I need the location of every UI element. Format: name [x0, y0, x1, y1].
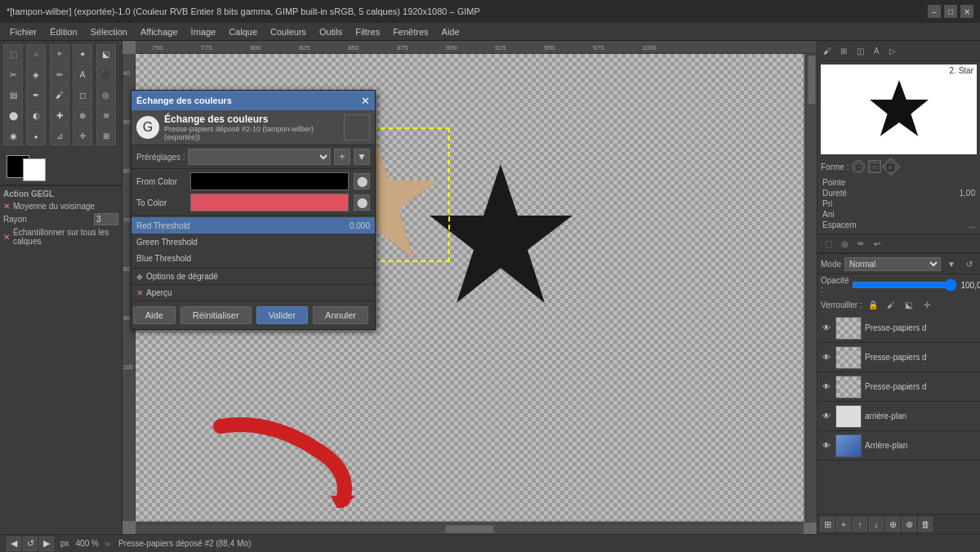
layer-visibility-toggle[interactable]: 👁 [821, 381, 832, 393]
vscroll-thumb[interactable] [808, 56, 816, 105]
tool-ink[interactable]: ⬤ [3, 105, 23, 125]
vertical-scrollbar[interactable] [805, 54, 817, 523]
menu-fenetres[interactable]: Fenêtres [386, 25, 434, 38]
nav-reset[interactable]: ↺ [23, 536, 38, 551]
tool-free-select[interactable]: ⌖ [50, 44, 69, 64]
patterns-button[interactable]: ⊞ [836, 43, 851, 58]
menu-affichage[interactable]: Affichage [134, 25, 185, 38]
presets-menu-button[interactable]: ▼ [354, 149, 370, 165]
menu-fichier[interactable]: Fichier [3, 25, 43, 38]
dialog-close-button[interactable]: ✕ [361, 95, 370, 107]
tool-blend[interactable]: ▤ [3, 85, 23, 105]
fonts-button[interactable]: A [869, 43, 884, 58]
tool-bucket[interactable]: ⬛ [96, 65, 116, 84]
layer-refresh[interactable]: ↺ [962, 256, 977, 271]
tool-mypaint[interactable]: ◐ [26, 105, 46, 125]
hscroll-thumb[interactable] [445, 525, 494, 533]
tool-move[interactable]: ✛ [73, 126, 92, 145]
valider-button[interactable]: Valider [256, 306, 308, 324]
layer-row[interactable]: 👁 Presse-papiers d [817, 314, 980, 343]
lower-layer-button[interactable]: ↓ [869, 517, 884, 532]
shape-square[interactable]: □ [868, 160, 881, 173]
menu-aide[interactable]: Aide [435, 25, 466, 38]
layer-visibility-toggle[interactable]: 👁 [821, 411, 832, 422]
green-threshold-row[interactable]: Green Threshold [131, 234, 375, 250]
duplicate-layer-button[interactable]: ⊕ [885, 517, 900, 532]
paths-tab[interactable]: ✏ [853, 236, 868, 251]
tool-smudge[interactable]: ≋ [96, 105, 116, 125]
lock-alpha[interactable]: ⬕ [902, 297, 916, 312]
menu-filtres[interactable]: Filtres [349, 25, 386, 38]
tool-foreground-select[interactable]: ◈ [26, 65, 46, 84]
tool-airbrush[interactable]: ◎ [96, 85, 116, 105]
tool-heal[interactable]: ✚ [50, 105, 69, 125]
annuler-button[interactable]: Annuler [313, 306, 368, 324]
shape-circle[interactable]: ○ [852, 160, 865, 173]
menu-selection[interactable]: Sélection [84, 25, 134, 38]
layer-row[interactable]: 👁 Presse-papiers d [817, 343, 980, 372]
rayon-input[interactable] [94, 213, 118, 225]
reinitialiser-button[interactable]: Réinitialiser [180, 306, 252, 324]
lock-position[interactable]: ✛ [920, 297, 934, 312]
lock-paint[interactable]: 🖌 [884, 297, 898, 312]
nav-left[interactable]: ◀ [7, 536, 21, 551]
tool-by-color[interactable]: ⬕ [96, 44, 116, 64]
layer-visibility-toggle[interactable]: 👁 [821, 323, 832, 334]
close-button[interactable]: ✕ [960, 5, 973, 18]
layer-mode-extra[interactable]: ▼ [944, 256, 959, 271]
tool-color-picker[interactable]: ⬥ [26, 126, 46, 145]
raise-layer-button[interactable]: ↑ [853, 517, 867, 532]
option-moyenne-close[interactable]: ✕ [3, 202, 10, 211]
lock-pixels[interactable]: 🔒 [866, 297, 880, 312]
tool-paint[interactable]: 🖌 [50, 85, 69, 105]
layer-row[interactable]: 👁 Arrière-plan [817, 431, 980, 461]
horizontal-scrollbar[interactable] [136, 523, 804, 534]
layer-row[interactable]: 👁 Presse-papiers d [817, 372, 980, 402]
channels-tab[interactable]: ◎ [837, 236, 852, 251]
blue-threshold-row[interactable]: Blue Threshold [131, 250, 375, 266]
tool-rect-select[interactable]: ⬚ [3, 44, 23, 64]
aide-button[interactable]: Aide [133, 306, 176, 324]
to-color-picker-button[interactable]: ⬤ [354, 194, 370, 211]
canvas-area[interactable]: 750 775 800 825 850 875 900 925 950 975 … [122, 41, 817, 534]
presets-add-button[interactable]: + [334, 149, 350, 165]
nav-right[interactable]: ▶ [39, 536, 54, 551]
opacity-slider[interactable] [852, 279, 957, 291]
layer-visibility-toggle[interactable]: 👁 [821, 440, 832, 452]
option-sample-close[interactable]: ✕ [3, 233, 10, 242]
layer-row[interactable]: 👁 arrière-plan [817, 402, 980, 431]
tool-align[interactable]: ⊞ [96, 126, 116, 145]
new-layer-group-button[interactable]: ⊞ [820, 517, 835, 532]
from-color-preview[interactable] [190, 172, 349, 190]
presets-select[interactable] [188, 149, 331, 165]
to-color-preview[interactable] [190, 194, 349, 211]
gradients-button[interactable]: ◫ [853, 43, 867, 58]
tool-measure[interactable]: ⊿ [50, 126, 69, 145]
menu-image[interactable]: Image [185, 25, 223, 38]
brushes-button[interactable]: 🖌 [820, 43, 835, 58]
menu-couleurs[interactable]: Couleurs [264, 25, 313, 38]
new-layer-button[interactable]: + [836, 517, 851, 532]
layer-visibility-toggle[interactable]: 👁 [821, 352, 832, 363]
background-color[interactable] [23, 158, 46, 181]
red-threshold-row[interactable]: Red Threshold 0,000 [131, 217, 375, 234]
menu-outils[interactable]: Outils [313, 25, 349, 38]
maximize-button[interactable]: □ [944, 5, 957, 18]
shape-diamond[interactable]: ◇ [882, 158, 901, 176]
apercu-close[interactable]: ✕ [136, 288, 143, 297]
dialog-title-bar[interactable]: Échange des couleurs ✕ [131, 91, 375, 110]
delete-layer-button[interactable]: 🗑 [918, 517, 933, 532]
tool-eraser[interactable]: ◻ [73, 85, 92, 105]
tool-convolve[interactable]: ◉ [3, 126, 23, 145]
layers-tab[interactable]: ⬚ [821, 236, 835, 251]
merge-layer-button[interactable]: ⊗ [902, 517, 916, 532]
menu-edition[interactable]: Édition [43, 25, 84, 38]
tool-ellipse-select[interactable]: ○ [26, 44, 46, 64]
gradient-expand[interactable]: ◆ Options de dégradé [136, 272, 370, 281]
tool-scissors[interactable]: ✂ [3, 65, 23, 84]
tool-fuzzy-select[interactable]: ✦ [73, 44, 92, 64]
from-color-picker-button[interactable]: ⬤ [354, 173, 370, 189]
menu-calque[interactable]: Calque [222, 25, 264, 38]
tool-text[interactable]: A [73, 65, 92, 84]
tool-paths[interactable]: ✏ [50, 65, 69, 84]
